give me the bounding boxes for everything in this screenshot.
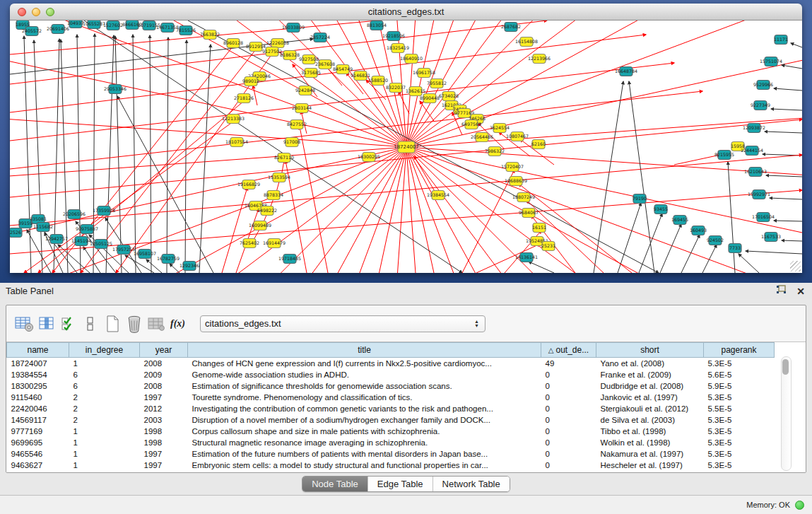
table-cell[interactable]: 0 bbox=[541, 426, 596, 437]
table-cell[interactable]: 0 bbox=[541, 380, 596, 392]
table-cell[interactable]: 9115460 bbox=[7, 392, 69, 403]
network-node[interactable]: 2526 bbox=[10, 228, 22, 238]
network-node[interactable]: 7986322 bbox=[485, 147, 505, 156]
table-cell[interactable]: 2009 bbox=[140, 369, 188, 380]
table-cell[interactable]: Disruption of a novel member of a sodium… bbox=[188, 414, 541, 426]
network-node[interactable]: 1292346 bbox=[180, 262, 199, 271]
network-node[interactable]: 11171 bbox=[774, 35, 788, 45]
table-cell[interactable]: 0 bbox=[541, 460, 596, 471]
network-node[interactable]: 989012 bbox=[242, 77, 259, 86]
table-row[interactable]: 946362711997Embryonic stem cells: a mode… bbox=[7, 460, 775, 471]
network-node[interactable]: 16648784 bbox=[615, 67, 637, 76]
table-cell[interactable]: 2 bbox=[69, 414, 140, 426]
network-node[interactable]: 2718126 bbox=[234, 94, 254, 103]
table-cell[interactable]: Tourette syndrome. Phenomenology and cla… bbox=[188, 392, 541, 403]
network-node[interactable]: 18325419 bbox=[387, 44, 409, 53]
table-cell[interactable]: Hescheler et al. (1997) bbox=[596, 460, 704, 471]
table-cell[interactable]: 6 bbox=[69, 369, 140, 380]
table-cell[interactable]: Investigating the contribution of common… bbox=[188, 403, 541, 414]
network-node[interactable]: 9127502 bbox=[262, 47, 282, 57]
table-cell[interactable]: 2008 bbox=[140, 358, 188, 370]
delete-columns-icon[interactable] bbox=[123, 313, 145, 335]
network-node[interactable]: 6497568 bbox=[461, 120, 481, 129]
table-cell[interactable]: Stergiakouli et al. (2012) bbox=[596, 403, 704, 414]
network-node[interactable]: 1115682 bbox=[33, 223, 53, 232]
network-node[interactable]: 7663822 bbox=[200, 30, 220, 40]
table-row[interactable]: 946554611997Estimation of the future num… bbox=[7, 448, 775, 460]
column-header-short[interactable]: short bbox=[596, 343, 704, 358]
network-node[interactable]: 7625402 bbox=[240, 239, 259, 248]
network-node[interactable]: 16154808 bbox=[515, 37, 538, 47]
table-cell[interactable]: Estimation of significance thresholds fo… bbox=[188, 380, 541, 392]
show-columns-icon[interactable] bbox=[35, 313, 57, 335]
table-cell[interactable]: 1998 bbox=[140, 437, 188, 448]
network-node[interactable]: 90975887 bbox=[76, 225, 98, 234]
network-node[interactable]: 19384554 bbox=[427, 191, 449, 200]
tab-node-table[interactable]: Node Table bbox=[302, 477, 368, 491]
network-node[interactable]: 19166829 bbox=[237, 180, 260, 189]
network-node[interactable]: 10655287 bbox=[83, 21, 105, 29]
network-node[interactable]: 10688639 bbox=[505, 177, 527, 186]
table-cell[interactable]: 0 bbox=[541, 437, 596, 448]
network-node[interactable]: 15751074 bbox=[760, 57, 782, 66]
network-node[interactable]: 7955812 bbox=[427, 79, 447, 88]
table-cell[interactable]: Franke et al. (2009) bbox=[596, 369, 704, 380]
network-node[interactable]: 12226058 bbox=[266, 39, 289, 48]
network-node[interactable]: 16210643 bbox=[744, 168, 767, 177]
network-node[interactable]: 16958107 bbox=[134, 250, 156, 259]
network-node[interactable]: 8427552 bbox=[287, 120, 307, 129]
network-node[interactable]: 9684067 bbox=[519, 209, 539, 218]
table-cell[interactable]: de Silva et al. (2003) bbox=[596, 414, 704, 426]
network-node[interactable]: 93455 bbox=[654, 205, 668, 214]
column-header-year[interactable]: year bbox=[140, 343, 188, 358]
network-node[interactable]: 14136141 bbox=[515, 253, 538, 262]
network-node[interactable]: 3175685 bbox=[301, 69, 321, 78]
table-cell[interactable]: 5.6E-5 bbox=[704, 369, 775, 380]
network-node[interactable]: 2803144 bbox=[292, 104, 312, 113]
network-node[interactable]: 8267110 bbox=[274, 153, 294, 163]
network-node[interactable]: 62160 bbox=[531, 140, 546, 149]
table-cell[interactable]: 9465546 bbox=[7, 448, 69, 460]
network-node[interactable]: 1362615 bbox=[406, 87, 425, 96]
table-cell[interactable]: 0 bbox=[541, 369, 596, 380]
table-cell[interactable]: 1 bbox=[69, 448, 140, 460]
table-cell[interactable]: Nakamura et al. (1997) bbox=[596, 448, 704, 460]
network-node[interactable]: 3624554 bbox=[490, 124, 510, 133]
network-node[interactable]: 12093872 bbox=[743, 124, 765, 133]
resize-grip-icon[interactable] bbox=[790, 261, 801, 271]
network-node[interactable]: 1527602 bbox=[103, 21, 123, 30]
network-node[interactable]: 7815526 bbox=[176, 26, 196, 35]
table-cell[interactable]: 2003 bbox=[140, 414, 188, 426]
table-cell[interactable]: Tibbo et al. (1998) bbox=[596, 426, 704, 437]
network-node[interactable]: 16033809 bbox=[282, 23, 305, 33]
network-node[interactable]: 15353594 bbox=[268, 173, 290, 182]
network-node[interactable]: 160493 bbox=[690, 226, 707, 235]
network-node[interactable]: 5498222 bbox=[257, 206, 277, 216]
table-cell[interactable]: 5.3E-5 bbox=[704, 358, 775, 370]
column-header-out_degree[interactable]: △out_de... bbox=[541, 343, 596, 358]
network-node[interactable]: 8322037 bbox=[386, 83, 406, 93]
table-scrollbar[interactable] bbox=[781, 356, 792, 471]
table-row[interactable]: 1456911722003Disruption of a novel membe… bbox=[7, 414, 775, 426]
table-cell[interactable]: 1 bbox=[69, 358, 140, 370]
table-cell[interactable]: 1998 bbox=[140, 426, 188, 437]
table-cell[interactable]: Estimation of the future numbers of pati… bbox=[188, 448, 541, 460]
network-node[interactable]: 1145194 bbox=[71, 237, 91, 246]
network-node[interactable]: 16782759 bbox=[157, 255, 180, 264]
table-cell[interactable]: 5.3E-5 bbox=[704, 426, 775, 437]
network-node[interactable]: 9146821 bbox=[351, 71, 370, 81]
table-cell[interactable]: Genome-wide association studies in ADHD. bbox=[188, 369, 541, 380]
column-header-name[interactable]: name bbox=[7, 343, 69, 358]
network-node[interactable]: 29053346 bbox=[104, 85, 126, 94]
network-node[interactable]: 9227349 bbox=[751, 101, 770, 110]
network-node[interactable]: 2405572 bbox=[22, 27, 42, 36]
table-cell[interactable]: 2012 bbox=[140, 403, 188, 414]
table-scrollbar-thumb[interactable] bbox=[782, 359, 789, 375]
table-cell[interactable]: 2 bbox=[69, 392, 140, 403]
network-node[interactable]: 16099489 bbox=[249, 221, 271, 230]
table-cell[interactable]: 2008 bbox=[140, 380, 188, 392]
table-cell[interactable]: 49 bbox=[541, 358, 596, 370]
table-cell[interactable]: 0 bbox=[541, 403, 596, 414]
table-cell[interactable]: 5.3E-5 bbox=[704, 460, 775, 471]
network-node[interactable]: 12444154 bbox=[741, 146, 763, 156]
